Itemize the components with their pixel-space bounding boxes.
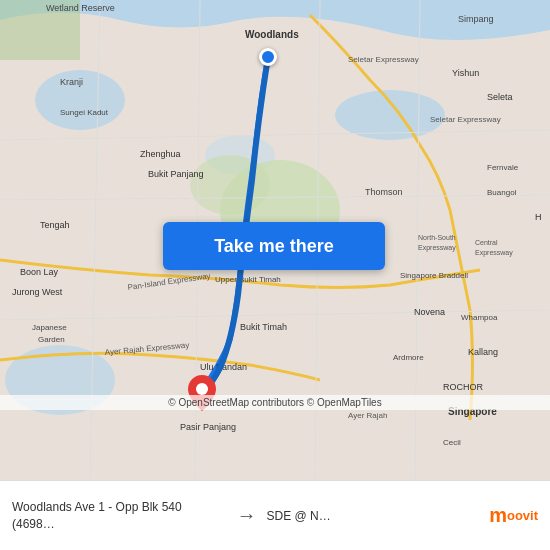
svg-text:Pasir Panjang: Pasir Panjang bbox=[180, 422, 236, 432]
svg-text:Kranji: Kranji bbox=[60, 77, 83, 87]
svg-text:Seletar Expressway: Seletar Expressway bbox=[348, 55, 419, 64]
svg-text:Japanese: Japanese bbox=[32, 323, 67, 332]
svg-text:Expressway: Expressway bbox=[475, 249, 513, 257]
moovit-logo-text: m bbox=[489, 504, 507, 527]
svg-text:Expressway: Expressway bbox=[418, 244, 456, 252]
svg-text:Novena: Novena bbox=[414, 307, 445, 317]
from-info: Woodlands Ave 1 - Opp Blk 540 (4698… bbox=[12, 499, 227, 533]
svg-text:Ardmore: Ardmore bbox=[393, 353, 424, 362]
svg-text:Cecil: Cecil bbox=[443, 438, 461, 447]
svg-text:Woodlands: Woodlands bbox=[245, 29, 299, 40]
svg-text:Zhenghua: Zhenghua bbox=[140, 149, 181, 159]
to-info: SDE @ N… bbox=[267, 509, 482, 523]
svg-text:Seletar Expressway: Seletar Expressway bbox=[430, 115, 501, 124]
svg-text:Kallang: Kallang bbox=[468, 347, 498, 357]
svg-text:ROCHOR: ROCHOR bbox=[443, 382, 483, 392]
svg-text:Buangol: Buangol bbox=[487, 188, 517, 197]
svg-text:Ulu Pandan: Ulu Pandan bbox=[200, 362, 247, 372]
svg-text:Central: Central bbox=[475, 239, 498, 246]
map-container: Wetland Reserve Woodlands Simpang Seleta… bbox=[0, 0, 550, 480]
map-attribution: © OpenStreetMap contributors © OpenMapTi… bbox=[0, 395, 550, 410]
svg-text:Yishun: Yishun bbox=[452, 68, 479, 78]
svg-text:Thomson: Thomson bbox=[365, 187, 403, 197]
svg-text:North-South: North-South bbox=[418, 234, 456, 241]
svg-text:Simpang: Simpang bbox=[458, 14, 494, 24]
svg-text:Bukit Timah: Bukit Timah bbox=[240, 322, 287, 332]
arrow-symbol: → bbox=[237, 504, 257, 527]
svg-text:Wetland Reserve: Wetland Reserve bbox=[46, 3, 115, 13]
from-label: Woodlands Ave 1 - Opp Blk 540 (4698… bbox=[12, 499, 227, 533]
svg-text:Sungei Kadut: Sungei Kadut bbox=[60, 108, 109, 117]
svg-text:Garden: Garden bbox=[38, 335, 65, 344]
svg-text:Whampoa: Whampoa bbox=[461, 313, 498, 322]
svg-text:Boon Lay: Boon Lay bbox=[20, 267, 59, 277]
svg-text:Bukit Panjang: Bukit Panjang bbox=[148, 169, 204, 179]
svg-text:H: H bbox=[535, 212, 542, 222]
svg-text:Singapore Braddell: Singapore Braddell bbox=[400, 271, 468, 280]
svg-text:Tengah: Tengah bbox=[40, 220, 70, 230]
origin-pin bbox=[259, 48, 277, 66]
svg-text:Fernvale: Fernvale bbox=[487, 163, 519, 172]
moovit-brand-text: oovit bbox=[507, 508, 538, 523]
bottom-bar: Woodlands Ave 1 - Opp Blk 540 (4698… → S… bbox=[0, 480, 550, 550]
svg-text:Seleta: Seleta bbox=[487, 92, 513, 102]
svg-point-55 bbox=[196, 383, 208, 395]
svg-text:Jurong West: Jurong West bbox=[12, 287, 63, 297]
to-label: SDE @ N… bbox=[267, 509, 482, 523]
arrow-icon: → bbox=[233, 502, 261, 530]
take-me-there-button[interactable]: Take me there bbox=[163, 222, 385, 270]
svg-text:Ayer Rajah: Ayer Rajah bbox=[348, 411, 387, 420]
moovit-logo: m oovit bbox=[489, 504, 538, 527]
svg-text:Upper Bukit Timah: Upper Bukit Timah bbox=[215, 275, 281, 284]
svg-point-6 bbox=[190, 155, 270, 215]
